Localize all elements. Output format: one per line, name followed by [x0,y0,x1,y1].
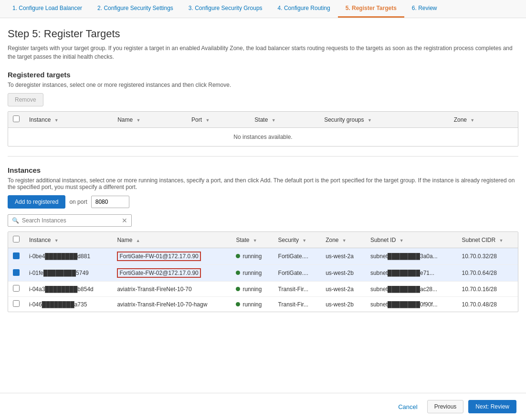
instances-section: Instances To register additional instanc… [8,166,518,312]
cell-security: FortiGate.... [274,265,321,282]
registered-targets-section: Registered targets To deregister instanc… [8,71,518,147]
instances-table-container: Instance ▼ Name ▲ State ▼ Security ▼ Zon… [8,231,518,312]
cell-zone: us-west-2a [321,248,366,265]
row-checkbox-checked[interactable] [13,269,20,276]
instances-desc: To register additional instances, select… [8,177,518,190]
no-instances-message: No instances available. [8,128,518,147]
wizard-step-step6[interactable]: 6. Review [404,0,445,18]
port-row: Add to registered on port [8,195,518,209]
col-name-registered: Name ▼ [113,112,187,128]
col-security-instances: Security ▼ [274,232,321,248]
cell-zone: us-west-2a [321,282,366,297]
table-row[interactable]: i-01fe████████5749FortiGate-FW-02@172.17… [8,265,518,282]
select-all-instances-checkbox[interactable] [13,236,20,242]
port-label-text: on port [69,199,87,205]
name-highlighted: FortiGate-FW-01@172.17.0.90 [117,252,200,261]
wizard-step-step1[interactable]: 1. Configure Load Balancer [5,0,90,18]
cell-zone: us-west-2b [321,265,366,282]
table-row[interactable]: i-0be4████████d881FortiGate-FW-01@172.17… [8,248,518,265]
cell-subnet-id: subnet████████0f90f... [366,297,457,312]
col-name-instances: Name ▲ [112,232,231,248]
select-all-header [8,112,24,128]
cell-zone: us-west-2b [321,297,366,312]
instances-title: Instances [8,166,518,174]
name-highlighted: FortiGate-FW-02@172.17.0.90 [117,268,200,278]
col-state-instances: State ▼ [231,232,273,248]
cell-name: FortiGate-FW-02@172.17.0.90 [112,265,231,282]
page-description: Register targets with your target group.… [8,44,518,61]
status-dot [236,302,240,306]
col-instance-registered: Instance ▼ [24,112,113,128]
cell-instance: i-01fe████████5749 [24,265,112,282]
search-input[interactable] [22,217,122,224]
cell-subnet-cidr: 10.70.0.16/28 [457,282,518,297]
wizard-step-step3[interactable]: 3. Configure Security Groups [181,0,270,18]
col-state-registered: State ▼ [250,112,319,128]
port-input[interactable] [91,196,129,208]
cell-security: Transit-Fir... [274,297,321,312]
cell-subnet-cidr: 10.70.0.64/28 [457,265,518,282]
instances-table: Instance ▼ Name ▲ State ▼ Security ▼ Zon… [8,232,518,312]
select-all-registered-checkbox[interactable] [13,116,20,122]
cell-security: Transit-Fir... [274,282,321,297]
add-to-registered-button[interactable]: Add to registered [8,195,65,209]
remove-button[interactable]: Remove [8,93,43,106]
col-subnet-id-instances: Subnet ID ▼ [366,232,457,248]
cell-state: running [231,282,273,297]
cell-subnet-cidr: 10.70.0.48/28 [457,297,518,312]
status-dot [236,254,240,258]
registered-table: Instance ▼ Name ▼ Port ▼ State ▼ Securit… [8,112,518,146]
cell-subnet-id: subnet████████3a0a... [366,248,457,265]
col-zone-registered: Zone ▼ [449,112,518,128]
col-instance-instances: Instance ▼ [24,232,112,248]
table-row[interactable]: i-04a3████████b854daviatrix-Transit-Fire… [8,282,518,297]
col-port-registered: Port ▼ [187,112,250,128]
cell-instance: i-04a3████████b854d [24,282,112,297]
col-zone-instances: Zone ▼ [321,232,366,248]
cell-name: FortiGate-FW-01@172.17.0.90 [112,248,231,265]
select-all-instances-header [8,232,24,248]
cell-name: aviatrix-Transit-FireNet-10-70-hagw [112,297,231,312]
wizard-navigation: 1. Configure Load Balancer2. Configure S… [0,0,526,18]
cell-name: aviatrix-Transit-FireNet-10-70 [112,282,231,297]
cell-subnet-id: subnet████████e71... [366,265,457,282]
cell-instance: i-0be4████████d881 [24,248,112,265]
registered-targets-desc: To deregister instances, select one or m… [8,82,518,88]
clear-search-icon[interactable]: ✕ [122,217,127,224]
status-dot [236,271,240,275]
search-bar: 🔍 ✕ [8,214,132,227]
cell-state: running [231,265,273,282]
cell-instance: i-046████████a735 [24,297,112,312]
row-checkbox[interactable] [13,285,20,292]
wizard-step-step4[interactable]: 4. Configure Routing [270,0,338,18]
col-subnet-cidr-instances: Subnet CIDR ▼ [457,232,518,248]
cell-security: FortiGate.... [274,248,321,265]
row-checkbox[interactable] [13,300,20,307]
wizard-step-step5: 5. Register Targets [338,0,404,18]
cell-subnet-cidr: 10.70.0.32/28 [457,248,518,265]
registered-targets-title: Registered targets [8,71,518,79]
row-checkbox-checked[interactable] [13,252,20,259]
cell-state: running [231,248,273,265]
registered-table-container: Instance ▼ Name ▼ Port ▼ State ▼ Securit… [8,111,518,147]
main-content: Step 5: Register Targets Register target… [0,18,526,331]
wizard-step-step2[interactable]: 2. Configure Security Settings [90,0,181,18]
status-dot [236,287,240,291]
search-icon: 🔍 [12,217,19,224]
cell-subnet-id: subnet████████ac28... [366,282,457,297]
cell-state: running [231,297,273,312]
col-security-registered: Security groups ▼ [319,112,449,128]
table-row[interactable]: i-046████████a735aviatrix-Transit-FireNe… [8,297,518,312]
page-title: Step 5: Register Targets [8,28,518,40]
